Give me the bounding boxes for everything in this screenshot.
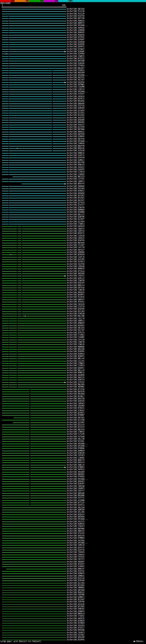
alignment-segment[interactable] — [30, 418, 66, 418]
alignment-segment[interactable] — [2, 396, 29, 397]
alignment-segment[interactable] — [2, 56, 8, 57]
alignment-segment[interactable] — [53, 92, 66, 92]
alignment-segment[interactable] — [9, 368, 17, 368]
alignment-segment[interactable] — [2, 167, 8, 168]
alignment-segment[interactable] — [2, 606, 66, 607]
alignment-segment[interactable] — [17, 323, 66, 324]
alignment-segment[interactable] — [2, 198, 8, 198]
alignment-segment[interactable] — [2, 174, 8, 175]
alignment-segment[interactable] — [2, 439, 29, 439]
alignment-segment[interactable] — [9, 42, 66, 42]
subject-id-label[interactable]: UniRef100_P42383 — [67, 188, 84, 190]
subject-id-label[interactable]: UniRef100_C5F220 — [67, 339, 84, 341]
alignment-segment[interactable] — [2, 155, 8, 156]
subject-id-label[interactable]: UniRef100_Q5N0V3 — [67, 611, 84, 612]
subject-id-label[interactable]: UniRef100_C3XFJ9 — [67, 256, 84, 258]
alignment-segment[interactable] — [53, 120, 66, 120]
alignment-segment[interactable] — [2, 389, 29, 390]
alignment-segment[interactable] — [9, 144, 52, 144]
alignment-segment[interactable] — [2, 153, 8, 154]
subject-id-label[interactable]: UniRef100_A7ZCV2 — [67, 382, 84, 383]
alignment-segment[interactable] — [17, 309, 21, 309]
subject-id-label[interactable]: UniRef100_B4A1C4 — [67, 462, 84, 464]
subject-id-label[interactable]: UniRef100_B6SSW8 — [67, 60, 84, 62]
alignment-segment[interactable] — [17, 250, 21, 250]
alignment-segment[interactable] — [2, 548, 66, 548]
alignment-segment[interactable] — [22, 238, 66, 238]
subject-id-label[interactable]: UniRef100_Q38ZP5 — [67, 169, 84, 171]
subject-id-label[interactable]: UniRef100_Q2JUN7 — [67, 422, 84, 424]
subject-id-label[interactable]: UniRef100_Q56XV8 — [67, 308, 84, 310]
alignment-segment[interactable] — [2, 191, 8, 191]
alignment-segment[interactable] — [22, 288, 66, 288]
alignment-segment[interactable] — [2, 110, 8, 111]
subject-id-label[interactable]: UniRef100_P46926 — [67, 34, 84, 36]
alignment-segment[interactable] — [9, 337, 17, 338]
alignment-segment[interactable] — [17, 259, 21, 260]
alignment-segment[interactable] — [9, 170, 66, 170]
subject-id-label[interactable]: UniRef100_A4IXK6 — [67, 540, 84, 542]
alignment-segment[interactable] — [53, 139, 66, 139]
subject-id-label[interactable]: UniRef100_Q2JL43 — [67, 424, 84, 426]
subject-id-label[interactable]: UniRef100_B9XYF4 — [67, 183, 84, 185]
alignment-segment[interactable] — [2, 406, 29, 406]
subject-id-label[interactable]: UniRef100_A5G912 — [67, 166, 84, 168]
alignment-segment[interactable] — [2, 243, 17, 243]
alignment-segment[interactable] — [2, 113, 8, 113]
alignment-segment[interactable] — [9, 203, 66, 203]
alignment-segment[interactable] — [30, 479, 66, 480]
alignment-segment[interactable] — [53, 125, 66, 125]
alignment-segment[interactable] — [22, 276, 66, 276]
alignment-segment[interactable] — [2, 52, 8, 52]
subject-id-label[interactable]: UniRef100_Q56WB8 — [67, 211, 84, 213]
alignment-segment[interactable] — [30, 399, 66, 399]
subject-id-label[interactable]: UniRef100_C7LXD7 — [67, 244, 84, 246]
alignment-segment[interactable] — [22, 292, 66, 293]
subject-id-label[interactable]: UniRef100_B7T225 — [67, 502, 84, 504]
subject-id-label[interactable]: UniRef100_B5YJN3 — [67, 311, 84, 312]
subject-id-label[interactable]: UniRef100_B20KI6 — [67, 523, 84, 525]
alignment-segment[interactable] — [17, 229, 21, 229]
alignment-segment[interactable] — [9, 129, 52, 130]
alignment-segment[interactable] — [2, 347, 8, 347]
subject-id-label[interactable]: UniRef100_C1DX20 — [67, 235, 84, 237]
subject-id-label[interactable]: UniRef100_C4FUE3 — [67, 454, 84, 456]
alignment-segment[interactable] — [53, 146, 66, 146]
alignment-segment[interactable] — [2, 476, 29, 477]
subject-id-label[interactable]: UniRef100_C9V6S3 — [67, 554, 84, 556]
alignment-segment[interactable] — [9, 186, 66, 187]
subject-id-label[interactable]: UniRef100_A3PCM4 — [67, 601, 84, 603]
alignment-segment[interactable] — [12, 176, 66, 177]
subject-id-label[interactable]: UniRef100_B4WL63 — [67, 164, 84, 166]
subject-id-label[interactable]: UniRef100_A04125 — [67, 377, 84, 378]
subject-id-label[interactable]: UniRef100_Q2B307 — [67, 483, 84, 485]
subject-id-label[interactable]: UniRef100_C7N9C6 — [67, 431, 84, 433]
subject-id-label[interactable]: UniRef100_B7R589 — [67, 580, 84, 582]
alignment-segment[interactable] — [2, 165, 8, 165]
alignment-segment[interactable] — [9, 387, 17, 387]
subject-id-label[interactable]: UniRef100_UPI000... — [67, 518, 88, 520]
alignment-segment[interactable] — [2, 150, 8, 151]
alignment-segment[interactable] — [17, 278, 21, 279]
alignment-segment[interactable] — [9, 35, 66, 36]
alignment-segment[interactable] — [2, 266, 17, 267]
alignment-segment[interactable] — [17, 351, 66, 352]
alignment-segment[interactable] — [2, 372, 8, 373]
subject-id-label[interactable]: UniRef100_B4B3S2 — [67, 592, 84, 594]
alignment-segment[interactable] — [9, 328, 17, 328]
subject-id-label[interactable]: UniRef100_Q5M0S5 — [67, 573, 84, 574]
alignment-segment[interactable] — [2, 129, 8, 130]
alignment-segment[interactable] — [9, 384, 17, 385]
subject-id-label[interactable]: UniRef100_A85MB2 — [67, 386, 84, 388]
alignment-segment[interactable] — [30, 481, 66, 482]
alignment-segment[interactable] — [2, 302, 17, 302]
alignment-segment[interactable] — [9, 326, 17, 326]
alignment-segment[interactable] — [2, 420, 29, 420]
alignment-segment[interactable] — [2, 623, 66, 624]
alignment-segment[interactable] — [9, 361, 17, 362]
alignment-segment[interactable] — [17, 342, 66, 342]
alignment-segment[interactable] — [2, 127, 8, 128]
alignment-segment[interactable] — [9, 155, 66, 156]
subject-id-label[interactable]: UniRef100_B3EZP5 — [67, 282, 84, 284]
alignment-segment[interactable] — [17, 243, 21, 243]
